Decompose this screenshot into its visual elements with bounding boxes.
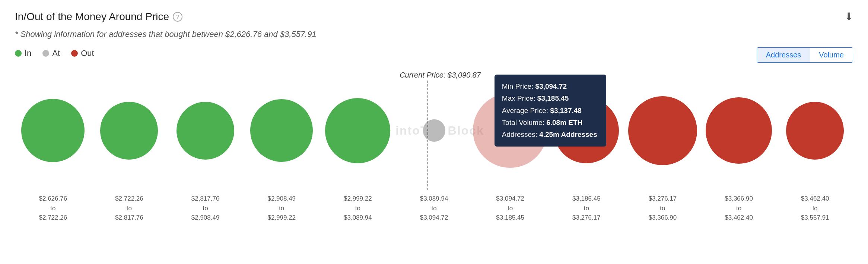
legend-dot-green <box>15 50 22 57</box>
legend-dot-gray <box>42 50 49 57</box>
volume-button[interactable]: Volume <box>810 48 853 62</box>
price-label-6: $3,094.72to$3,185.45 <box>472 194 549 223</box>
chart-title: In/Out of the Money Around Price <box>15 11 169 23</box>
download-icon[interactable]: ⬇ <box>845 10 853 23</box>
price-label-2: $2,817.76to$2,908.49 <box>167 194 244 223</box>
price-label-9: $3,366.90to$3,462.40 <box>701 194 777 223</box>
legend-item-in: In <box>15 48 31 58</box>
bubble-col-7 <box>548 71 624 190</box>
bubble-6[interactable] <box>473 93 547 168</box>
bubble-col-3 <box>244 71 320 190</box>
bubble-8[interactable] <box>628 96 697 165</box>
legend-item-at: At <box>42 48 60 58</box>
legend-dot-red <box>71 50 78 57</box>
dashed-line <box>427 81 428 190</box>
chart-header: In/Out of the Money Around Price ? ⬇ <box>15 10 853 23</box>
help-icon[interactable]: ? <box>173 12 182 22</box>
current-price-label: Current Price: $3,090.87 <box>400 71 481 79</box>
bubble-1[interactable] <box>100 102 158 160</box>
price-labels-row: $2,626.76to$2,722.26$2,722.26to$2,817.76… <box>15 194 853 223</box>
bubble-col-9 <box>701 71 777 190</box>
header-right: ⬇ <box>845 10 853 23</box>
chart-container: In/Out of the Money Around Price ? ⬇ * S… <box>0 0 868 230</box>
price-label-8: $3,276.17to$3,366.90 <box>624 194 701 223</box>
bubble-col-6 <box>472 71 549 190</box>
subtitle: * Showing information for addresses that… <box>15 29 853 39</box>
legend: In At Out <box>15 48 94 58</box>
chart-area: ⌖ intoThe Block Current Price: $3,090.87… <box>15 71 853 223</box>
bubble-9[interactable] <box>706 97 772 164</box>
bubble-col-1 <box>91 71 168 190</box>
bubble-col-8 <box>624 71 701 190</box>
bubble-2[interactable] <box>177 102 234 160</box>
legend-label-at: At <box>52 48 60 58</box>
bubble-col-10 <box>777 71 853 190</box>
bubble-col-2 <box>167 71 244 190</box>
bubble-col-5 <box>396 71 472 190</box>
bubble-0[interactable] <box>21 99 85 162</box>
chart-title-row: In/Out of the Money Around Price ? <box>15 11 182 23</box>
price-label-4: $2,999.22to$3,089.94 <box>320 194 396 223</box>
bubble-col-0 <box>15 71 91 190</box>
price-label-10: $3,462.40to$3,557.91 <box>777 194 853 223</box>
bubble-4[interactable] <box>325 98 390 163</box>
price-label-7: $3,185.45to$3,276.17 <box>548 194 624 223</box>
bubble-col-4 <box>320 71 396 190</box>
price-label-1: $2,722.26to$2,817.76 <box>91 194 168 223</box>
price-label-5: $3,089.94to$3,094.72 <box>396 194 472 223</box>
bubble-10[interactable] <box>786 102 844 160</box>
legend-label-in: In <box>25 48 31 58</box>
view-toggle: Addresses Volume <box>757 47 853 63</box>
legend-item-out: Out <box>71 48 94 58</box>
bubble-7[interactable] <box>554 98 619 163</box>
price-label-0: $2,626.76to$2,722.26 <box>15 194 91 223</box>
bubble-3[interactable] <box>250 99 313 162</box>
bubble-5[interactable] <box>423 119 445 142</box>
legend-label-out: Out <box>81 48 94 58</box>
addresses-button[interactable]: Addresses <box>757 48 810 62</box>
price-label-3: $2,908.49to$2,999.22 <box>244 194 320 223</box>
